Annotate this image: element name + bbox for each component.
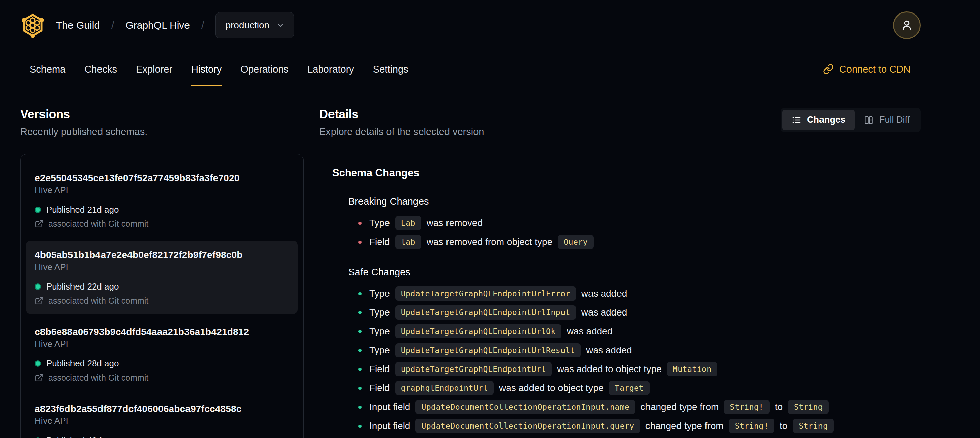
full-diff-view-button[interactable]: Full Diff bbox=[854, 110, 919, 130]
tab-label: Explorer bbox=[136, 64, 172, 75]
change-code-chip: Query bbox=[558, 235, 593, 249]
change-severity-bullet bbox=[358, 349, 361, 352]
change-text: Type bbox=[369, 326, 390, 337]
tab-bar: SchemaChecksExplorerHistoryOperationsLab… bbox=[0, 51, 980, 88]
change-text: was added bbox=[581, 288, 627, 299]
tab-label: History bbox=[191, 64, 221, 75]
change-severity-bullet bbox=[358, 222, 361, 225]
external-link-icon bbox=[35, 373, 43, 382]
tab-explorer[interactable]: Explorer bbox=[126, 51, 182, 88]
versions-subtitle: Recently published schemas. bbox=[20, 126, 304, 137]
change-code-chip: String bbox=[793, 419, 833, 433]
change-text: Type bbox=[369, 307, 390, 318]
change-severity-bullet bbox=[358, 241, 361, 244]
tab-schema[interactable]: Schema bbox=[20, 51, 75, 88]
change-text: to bbox=[780, 420, 788, 431]
changes-section-title: Breaking Changes bbox=[348, 196, 921, 207]
change-text: was added bbox=[581, 307, 627, 318]
git-commit-text: associated with Git commit bbox=[48, 373, 148, 382]
change-severity-bullet bbox=[358, 311, 361, 314]
change-text: Field bbox=[369, 237, 390, 247]
details-subtitle: Explore details of the selected version bbox=[319, 126, 484, 137]
git-commit-link[interactable]: associated with Git commit bbox=[35, 296, 289, 306]
change-item: TypeUpdateTargetGraphQLEndpointUrlInputw… bbox=[358, 305, 921, 320]
main-content: Versions Recently published schemas. e2e… bbox=[0, 88, 980, 438]
change-text: was added bbox=[586, 345, 632, 356]
breadcrumb-separator: / bbox=[201, 19, 204, 31]
tab-history[interactable]: History bbox=[182, 51, 231, 88]
external-link-icon bbox=[35, 296, 43, 305]
published-status-dot bbox=[35, 207, 41, 213]
version-published-status: Published 28d ago bbox=[35, 358, 289, 368]
change-severity-bullet bbox=[358, 368, 361, 371]
change-item: Input fieldUpdateDocumentCollectionOpera… bbox=[358, 418, 921, 433]
version-list-item[interactable]: c8b6e88a06793b9c4dfd54aaa21b36a1b421d812… bbox=[26, 317, 298, 391]
version-list-item[interactable]: a823f6db2a55df877dcf406006abca97fcc4858c… bbox=[26, 395, 298, 438]
published-status-dot bbox=[35, 284, 41, 290]
view-toggle: Changes Full Diff bbox=[781, 108, 921, 132]
schema-changes-sections: Breaking ChangesTypeLabwas removedFieldl… bbox=[319, 196, 921, 433]
version-hash: a823f6db2a55df877dcf406006abca97fcc4858c bbox=[35, 403, 289, 414]
tabs: SchemaChecksExplorerHistoryOperationsLab… bbox=[20, 51, 418, 88]
change-text: was added to object type bbox=[499, 383, 604, 393]
change-code-chip: UpdateTargetGraphQLEndpointUrlError bbox=[395, 287, 576, 301]
git-commit-link[interactable]: associated with Git commit bbox=[35, 373, 289, 382]
change-text: Type bbox=[369, 218, 390, 228]
published-text: Published 28d ago bbox=[46, 358, 119, 368]
breadcrumb-org[interactable]: The Guild bbox=[56, 19, 100, 31]
change-text: was removed from object type bbox=[426, 237, 553, 247]
change-code-chip: Lab bbox=[395, 216, 421, 230]
details-panel: Details Explore details of the selected … bbox=[319, 107, 921, 438]
change-item: TypeUpdateTargetGraphQLEndpointUrlResult… bbox=[358, 342, 921, 358]
avatar[interactable] bbox=[893, 11, 921, 39]
tab-label: Laboratory bbox=[307, 64, 354, 75]
tab-label: Checks bbox=[84, 64, 117, 75]
change-item: TypeUpdateTargetGraphQLEndpointUrlErrorw… bbox=[358, 286, 921, 301]
target-selector[interactable]: production bbox=[215, 12, 294, 38]
list-icon bbox=[791, 115, 802, 125]
tab-settings[interactable]: Settings bbox=[364, 51, 418, 88]
change-text: was removed bbox=[426, 218, 483, 228]
tab-checks[interactable]: Checks bbox=[75, 51, 126, 88]
tab-operations[interactable]: Operations bbox=[231, 51, 298, 88]
version-published-status: Published 22d ago bbox=[35, 282, 289, 291]
change-text: Type bbox=[369, 288, 390, 299]
published-status-dot bbox=[35, 360, 41, 367]
change-code-chip: String bbox=[788, 400, 829, 414]
tab-label: Operations bbox=[240, 64, 288, 75]
change-severity-bullet bbox=[358, 330, 361, 333]
change-code-chip: updateTargetGraphQLEndpointUrl bbox=[395, 362, 552, 376]
change-severity-bullet bbox=[358, 425, 361, 428]
published-text: Published 22d ago bbox=[46, 282, 119, 291]
change-severity-bullet bbox=[358, 292, 361, 295]
link-icon bbox=[823, 64, 834, 75]
details-heading-block: Details Explore details of the selected … bbox=[319, 107, 484, 137]
change-code-chip: graphqlEndpointUrl bbox=[395, 381, 494, 395]
published-text: Published 21d ago bbox=[46, 204, 119, 215]
schema-changes-title: Schema Changes bbox=[332, 167, 921, 179]
git-commit-link[interactable]: associated with Git commit bbox=[35, 219, 289, 228]
changes-list-safe: TypeUpdateTargetGraphQLEndpointUrlErrorw… bbox=[358, 286, 921, 433]
change-code-chip: Target bbox=[609, 381, 649, 395]
version-list-item[interactable]: 4b05ab51b1b4a7e2e4b0ef82172f2b9f7ef98c0b… bbox=[26, 241, 298, 314]
git-commit-text: associated with Git commit bbox=[48, 296, 148, 306]
version-list-item[interactable]: e2e55045345ce13fe07f52a77459b83fa3fe7020… bbox=[26, 164, 298, 237]
versions-panel: Versions Recently published schemas. e2e… bbox=[20, 107, 304, 438]
tab-laboratory[interactable]: Laboratory bbox=[298, 51, 364, 88]
connect-to-cdn-link[interactable]: Connect to CDN bbox=[823, 64, 910, 75]
breadcrumb-project[interactable]: GraphQL Hive bbox=[126, 19, 190, 31]
version-hash: 4b05ab51b1b4a7e2e4b0ef82172f2b9f7ef98c0b bbox=[35, 249, 289, 261]
hive-logo[interactable] bbox=[20, 13, 45, 38]
change-text: changed type from bbox=[646, 420, 724, 431]
version-service-name: Hive API bbox=[35, 339, 289, 349]
changes-view-button[interactable]: Changes bbox=[783, 110, 854, 130]
chevron-down-icon bbox=[276, 21, 284, 29]
change-code-chip: UpdateTargetGraphQLEndpointUrlResult bbox=[395, 343, 581, 357]
change-code-chip: UpdateDocumentCollectionOperationInput.n… bbox=[415, 400, 635, 414]
change-code-chip: UpdateTargetGraphQLEndpointUrlInput bbox=[395, 306, 576, 320]
change-text: changed type from bbox=[640, 401, 719, 413]
version-service-name: Hive API bbox=[35, 262, 289, 272]
change-code-chip: UpdateTargetGraphQLEndpointUrlOk bbox=[395, 324, 562, 338]
user-icon bbox=[900, 18, 914, 32]
change-code-chip: UpdateDocumentCollectionOperationInput.q… bbox=[415, 419, 640, 433]
